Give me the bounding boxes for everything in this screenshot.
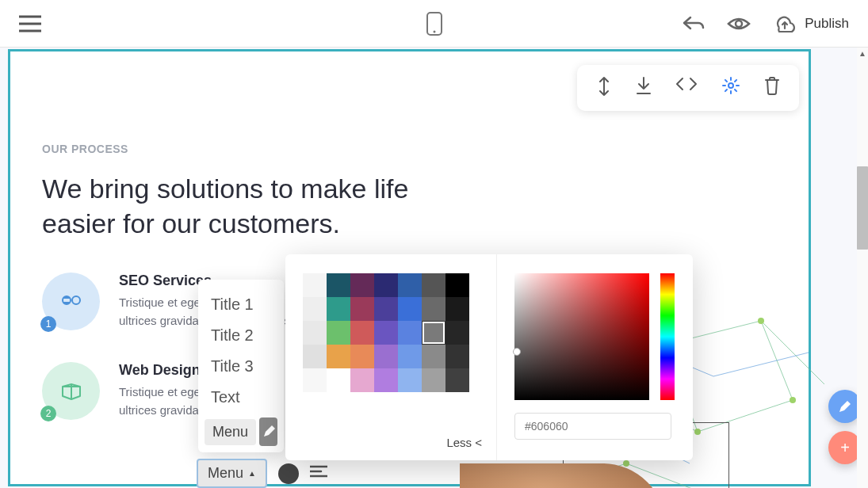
color-swatch[interactable]: [422, 321, 445, 345]
color-swatch[interactable]: [327, 368, 350, 392]
section-headline[interactable]: We bring solutions to make life easier f…: [42, 171, 777, 241]
preview-eye-icon[interactable]: [727, 16, 751, 32]
saturation-value-box[interactable]: [514, 273, 649, 400]
color-swatch[interactable]: [398, 368, 422, 392]
svg-point-23: [758, 318, 764, 324]
color-swatch[interactable]: [445, 368, 469, 392]
color-swatch[interactable]: [327, 345, 350, 368]
color-swatch[interactable]: [422, 345, 445, 368]
text-style-option[interactable]: Text: [198, 382, 284, 413]
color-swatch[interactable]: [303, 368, 327, 392]
sv-thumb[interactable]: [513, 348, 521, 356]
color-swatch[interactable]: [398, 345, 422, 368]
hamburger-icon[interactable]: [19, 15, 41, 32]
feature-icon-seo: 1: [42, 273, 100, 330]
svg-point-3: [728, 83, 733, 88]
settings-gear-icon[interactable]: [721, 76, 740, 100]
color-swatch[interactable]: [422, 297, 445, 321]
canvas: OUR PROCESS We bring solutions to make l…: [0, 48, 868, 488]
color-swatch[interactable]: [374, 297, 398, 321]
scroll-up-arrow[interactable]: ▲: [858, 49, 866, 58]
hex-input[interactable]: [514, 413, 671, 440]
svg-point-2: [736, 21, 742, 27]
section-eyebrow[interactable]: OUR PROCESS: [42, 143, 777, 155]
svg-line-18: [713, 353, 809, 376]
color-swatch[interactable]: [327, 297, 350, 321]
color-swatch[interactable]: [374, 368, 398, 392]
svg-line-7: [761, 321, 824, 384]
color-swatch[interactable]: [422, 368, 445, 392]
color-swatch[interactable]: [350, 273, 374, 297]
color-swatch[interactable]: [445, 273, 469, 297]
color-swatch[interactable]: [445, 345, 469, 368]
inline-text-toolbar: Menu ▲: [197, 459, 327, 488]
color-swatch[interactable]: [303, 321, 327, 345]
color-swatch[interactable]: [350, 297, 374, 321]
color-swatch[interactable]: [350, 345, 374, 368]
caret-up-icon: ▲: [248, 469, 256, 478]
color-swatch[interactable]: [374, 321, 398, 345]
feature-badge: 1: [40, 316, 56, 332]
color-swatch[interactable]: [398, 297, 422, 321]
code-icon[interactable]: [675, 76, 698, 100]
color-swatch[interactable]: [303, 345, 327, 368]
pencil-icon[interactable]: [259, 417, 277, 446]
color-swatch[interactable]: [398, 321, 422, 345]
vertical-scrollbar[interactable]: ▲: [857, 48, 868, 488]
text-style-dropdown[interactable]: Menu ▲: [197, 459, 267, 488]
mobile-preview-icon[interactable]: [426, 12, 442, 36]
feature-icon-web: 2: [42, 362, 100, 420]
color-swatch[interactable]: [374, 273, 398, 297]
color-picker-popover: Less <: [285, 254, 693, 460]
text-style-option[interactable]: Title 2: [198, 320, 284, 351]
move-vertical-icon[interactable]: [596, 76, 612, 100]
svg-point-26: [790, 397, 796, 403]
color-swatch[interactable]: [327, 321, 350, 345]
less-toggle[interactable]: Less <: [303, 436, 482, 449]
color-swatch-grid: [303, 273, 482, 392]
section-toolbar: [577, 65, 799, 111]
delete-trash-icon[interactable]: [764, 76, 780, 100]
text-style-option[interactable]: Title 3: [198, 351, 284, 382]
scroll-thumb[interactable]: [857, 166, 868, 250]
color-swatch[interactable]: [374, 345, 398, 368]
text-style-menu: Title 1 Title 2 Title 3 Text Menu: [198, 280, 284, 452]
text-style-option[interactable]: Title 1: [198, 289, 284, 320]
undo-icon[interactable]: [683, 15, 705, 32]
publish-label: Publish: [805, 16, 849, 32]
color-swatch[interactable]: [303, 273, 327, 297]
top-bar: Publish: [0, 0, 868, 48]
color-swatch[interactable]: [327, 273, 350, 297]
color-swatch[interactable]: [398, 273, 422, 297]
text-color-swatch[interactable]: [278, 463, 299, 484]
color-swatch[interactable]: [303, 297, 327, 321]
color-swatch[interactable]: [422, 273, 445, 297]
color-swatch[interactable]: [350, 321, 374, 345]
svg-point-1: [433, 30, 435, 32]
menu-chip[interactable]: Menu: [205, 419, 256, 445]
publish-button[interactable]: Publish: [773, 15, 849, 32]
feature-badge: 2: [40, 406, 56, 421]
color-swatch[interactable]: [445, 297, 469, 321]
color-swatch[interactable]: [445, 321, 469, 345]
align-left-icon[interactable]: [310, 465, 327, 482]
color-swatch[interactable]: [350, 368, 374, 392]
hue-slider[interactable]: [660, 273, 675, 400]
download-icon[interactable]: [636, 76, 652, 100]
